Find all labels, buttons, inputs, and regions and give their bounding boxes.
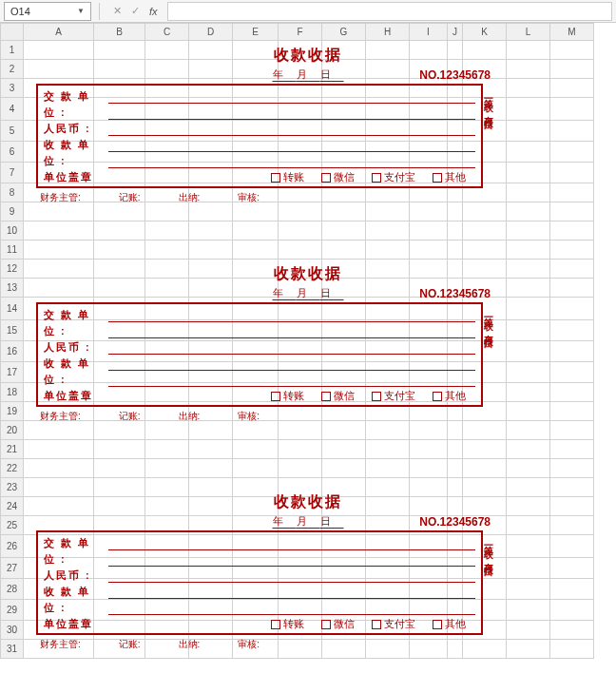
cell[interactable] bbox=[410, 459, 448, 478]
row-header[interactable]: 13 bbox=[1, 279, 24, 298]
cell[interactable] bbox=[507, 260, 550, 279]
cell[interactable] bbox=[233, 221, 279, 241]
cell[interactable] bbox=[448, 421, 463, 440]
cell[interactable] bbox=[322, 579, 366, 600]
cell[interactable] bbox=[463, 421, 507, 440]
cell[interactable] bbox=[233, 558, 279, 579]
col-header[interactable]: L bbox=[507, 24, 550, 41]
cell[interactable] bbox=[233, 383, 279, 402]
cell[interactable] bbox=[233, 341, 279, 362]
cell[interactable] bbox=[507, 320, 550, 341]
cell[interactable] bbox=[233, 535, 279, 558]
cell[interactable] bbox=[233, 478, 279, 497]
cell[interactable] bbox=[24, 79, 94, 98]
cell[interactable] bbox=[463, 221, 507, 241]
cell[interactable] bbox=[94, 241, 145, 260]
cell[interactable] bbox=[410, 163, 448, 183]
cell[interactable] bbox=[145, 362, 189, 383]
cell[interactable] bbox=[189, 341, 233, 362]
cell[interactable] bbox=[279, 383, 322, 402]
cell[interactable] bbox=[233, 621, 279, 640]
cell[interactable] bbox=[233, 279, 279, 298]
cell[interactable] bbox=[233, 402, 279, 421]
col-header[interactable]: A bbox=[24, 24, 94, 41]
cell[interactable] bbox=[366, 478, 410, 497]
cell[interactable] bbox=[366, 535, 410, 558]
cell[interactable] bbox=[145, 121, 189, 142]
cell[interactable] bbox=[366, 640, 410, 659]
cell[interactable] bbox=[189, 362, 233, 383]
row-header[interactable]: 29 bbox=[1, 600, 24, 621]
cell[interactable] bbox=[550, 362, 594, 383]
cell[interactable] bbox=[94, 163, 145, 183]
row-header[interactable]: 31 bbox=[1, 640, 24, 659]
cell[interactable] bbox=[233, 459, 279, 478]
cell[interactable] bbox=[94, 421, 145, 440]
cell[interactable] bbox=[189, 41, 233, 60]
cell[interactable] bbox=[448, 121, 463, 142]
cell[interactable] bbox=[507, 558, 550, 579]
cell[interactable] bbox=[322, 121, 366, 142]
cell[interactable] bbox=[463, 121, 507, 142]
cell[interactable] bbox=[463, 60, 507, 79]
spreadsheet-grid[interactable]: A B C D E F G H I J K L M 12345678910111… bbox=[0, 23, 616, 693]
cell[interactable] bbox=[233, 579, 279, 600]
cell[interactable] bbox=[366, 79, 410, 98]
cell[interactable] bbox=[550, 221, 594, 241]
cell[interactable] bbox=[189, 279, 233, 298]
cell[interactable] bbox=[233, 362, 279, 383]
cell[interactable] bbox=[145, 459, 189, 478]
cell[interactable] bbox=[366, 41, 410, 60]
cell[interactable] bbox=[410, 383, 448, 402]
cell[interactable] bbox=[94, 516, 145, 535]
cell[interactable] bbox=[94, 221, 145, 241]
fx-icon[interactable]: fx bbox=[149, 6, 158, 17]
cell[interactable] bbox=[94, 98, 145, 121]
cell[interactable] bbox=[145, 202, 189, 221]
cell[interactable] bbox=[366, 459, 410, 478]
cell[interactable] bbox=[448, 79, 463, 98]
cell[interactable] bbox=[189, 383, 233, 402]
col-header[interactable]: M bbox=[550, 24, 594, 41]
cell[interactable] bbox=[507, 535, 550, 558]
cell[interactable] bbox=[463, 459, 507, 478]
cell[interactable] bbox=[145, 241, 189, 260]
cell[interactable] bbox=[366, 421, 410, 440]
cell[interactable] bbox=[24, 440, 94, 459]
cell[interactable] bbox=[507, 183, 550, 202]
cell[interactable] bbox=[322, 440, 366, 459]
cell[interactable] bbox=[448, 221, 463, 241]
cell[interactable] bbox=[94, 383, 145, 402]
cell[interactable] bbox=[507, 41, 550, 60]
cell[interactable] bbox=[463, 142, 507, 163]
cell[interactable] bbox=[322, 183, 366, 202]
cell[interactable] bbox=[448, 298, 463, 320]
cell[interactable] bbox=[24, 362, 94, 383]
cell[interactable] bbox=[145, 621, 189, 640]
cell[interactable] bbox=[366, 320, 410, 341]
cell[interactable] bbox=[448, 600, 463, 621]
row-header[interactable]: 9 bbox=[1, 202, 24, 221]
cell[interactable] bbox=[279, 516, 322, 535]
col-header[interactable]: K bbox=[463, 24, 507, 41]
cell[interactable] bbox=[410, 183, 448, 202]
cell[interactable] bbox=[366, 362, 410, 383]
cell[interactable] bbox=[448, 163, 463, 183]
cell[interactable] bbox=[322, 320, 366, 341]
cell[interactable] bbox=[366, 621, 410, 640]
row-header[interactable]: 20 bbox=[1, 421, 24, 440]
row-header[interactable]: 17 bbox=[1, 362, 24, 383]
row-header[interactable]: 16 bbox=[1, 341, 24, 362]
cell[interactable] bbox=[189, 558, 233, 579]
cell[interactable] bbox=[463, 320, 507, 341]
cell[interactable] bbox=[410, 241, 448, 260]
cell[interactable] bbox=[550, 558, 594, 579]
cell[interactable] bbox=[145, 60, 189, 79]
row-header[interactable]: 24 bbox=[1, 497, 24, 516]
cell[interactable] bbox=[279, 402, 322, 421]
cell[interactable] bbox=[189, 142, 233, 163]
cell[interactable] bbox=[279, 163, 322, 183]
cell[interactable] bbox=[550, 621, 594, 640]
cell[interactable] bbox=[410, 142, 448, 163]
cell[interactable] bbox=[24, 163, 94, 183]
